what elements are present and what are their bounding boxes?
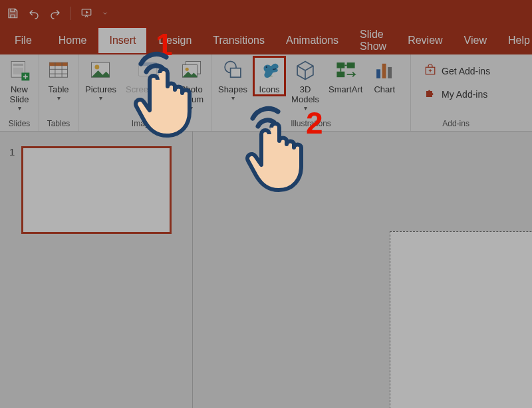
chevron-down-icon: ▾ xyxy=(304,105,307,112)
ribbon-group-addins: Get Add-ins My Add-ins Add-ins xyxy=(411,54,501,131)
table-label: Table xyxy=(48,85,68,95)
icons-label: Icons xyxy=(259,85,280,95)
my-addins-label: My Add-ins xyxy=(442,89,487,100)
ribbon-insert: New Slide ▾ Slides Table ▾ Tables xyxy=(0,54,532,132)
icons-button[interactable]: Icons xyxy=(254,57,285,95)
tab-file[interactable]: File xyxy=(4,27,48,54)
tab-view[interactable]: View xyxy=(454,27,497,54)
tab-help[interactable]: Help xyxy=(497,27,532,54)
svg-point-16 xyxy=(266,66,267,68)
svg-rect-17 xyxy=(336,62,344,68)
group-label-tables: Tables xyxy=(43,119,74,130)
svg-rect-15 xyxy=(231,68,241,78)
chevron-down-icon: ▾ xyxy=(231,95,235,102)
smartart-button[interactable]: SmartArt xyxy=(326,57,365,95)
undo-icon[interactable] xyxy=(28,7,40,19)
svg-point-13 xyxy=(185,68,188,71)
chart-icon xyxy=(372,58,396,82)
svg-rect-20 xyxy=(376,69,380,78)
new-slide-label: New Slide xyxy=(10,85,29,105)
svg-rect-21 xyxy=(382,64,386,78)
get-addins-label: Get Add-ins xyxy=(442,66,490,76)
group-label-addins: Add-ins xyxy=(415,119,497,130)
ribbon-tabs: File Home Insert Design Transitions Anim… xyxy=(0,27,532,54)
svg-rect-19 xyxy=(336,72,344,78)
photo-album-button[interactable]: Photo Album ▾ xyxy=(176,57,207,112)
get-addins-button[interactable]: Get Add-ins xyxy=(424,64,490,78)
store-icon xyxy=(424,64,436,78)
tab-review[interactable]: Review xyxy=(397,27,453,54)
thumbnail-row[interactable]: 1 xyxy=(9,146,183,234)
svg-rect-18 xyxy=(346,62,354,68)
table-icon xyxy=(47,58,70,82)
shapes-button[interactable]: Shapes ▾ xyxy=(215,57,250,102)
tab-home[interactable]: Home xyxy=(48,27,98,54)
workspace: 1 xyxy=(0,132,532,408)
qat-separator xyxy=(70,7,71,20)
pictures-icon xyxy=(88,58,112,82)
chevron-down-icon: ▾ xyxy=(190,105,193,112)
chevron-down-icon: ▾ xyxy=(18,105,21,112)
ribbon-group-images: Pictures ▾ Screenshot Photo Album ▾ Imag… xyxy=(78,54,211,131)
photo-album-icon xyxy=(180,58,203,82)
thumbnail-number: 1 xyxy=(9,146,15,234)
ribbon-group-tables: Table ▾ Tables xyxy=(39,54,78,131)
smartart-label: SmartArt xyxy=(329,85,362,95)
shapes-icon xyxy=(221,58,245,82)
chevron-down-icon: ▾ xyxy=(99,95,102,102)
qat-customize-icon[interactable] xyxy=(102,7,108,19)
tab-transitions[interactable]: Transitions xyxy=(202,27,275,54)
table-button[interactable]: Table ▾ xyxy=(43,57,74,102)
pictures-button[interactable]: Pictures ▾ xyxy=(82,57,119,102)
new-slide-icon xyxy=(7,58,31,82)
redo-icon[interactable] xyxy=(49,7,61,19)
chart-label: Chart xyxy=(374,85,395,95)
quick-access-toolbar xyxy=(0,0,532,27)
screenshot-button[interactable]: Screenshot xyxy=(123,57,172,95)
tab-insert[interactable]: Insert xyxy=(97,27,148,54)
svg-point-8 xyxy=(95,65,100,70)
slide-canvas-area[interactable] xyxy=(193,132,532,408)
smartart-icon xyxy=(334,58,358,82)
screenshot-icon xyxy=(136,58,160,82)
slide-thumbnail-panel[interactable]: 1 xyxy=(0,132,193,408)
chevron-down-icon: ▾ xyxy=(57,95,61,102)
svg-rect-22 xyxy=(388,67,392,78)
slideshow-icon[interactable] xyxy=(80,7,92,19)
ribbon-group-slides: New Slide ▾ Slides xyxy=(0,54,39,131)
svg-rect-2 xyxy=(13,64,23,66)
tab-animations[interactable]: Animations xyxy=(275,27,349,54)
puzzle-icon xyxy=(424,87,436,101)
shapes-label: Shapes xyxy=(218,85,247,95)
photo-album-label: Photo Album xyxy=(179,85,203,105)
group-label-slides: Slides xyxy=(4,119,35,130)
svg-rect-10 xyxy=(138,62,156,66)
slide-canvas[interactable] xyxy=(390,231,532,408)
ribbon-group-illustrations: Shapes ▾ Icons 3D Models ▾ Smar xyxy=(211,54,411,131)
cube-icon xyxy=(293,58,317,82)
icons-icon xyxy=(257,58,281,82)
chart-button[interactable]: Chart xyxy=(369,57,400,95)
group-label-illustrations: Illustrations xyxy=(215,119,406,130)
3d-models-button[interactable]: 3D Models ▾ xyxy=(289,57,322,112)
tab-slideshow[interactable]: Slide Show xyxy=(349,27,397,54)
pictures-label: Pictures xyxy=(85,85,116,95)
my-addins-button[interactable]: My Add-ins xyxy=(424,87,490,101)
3d-models-label: 3D Models xyxy=(291,85,319,105)
new-slide-button[interactable]: New Slide ▾ xyxy=(4,57,35,112)
save-icon[interactable] xyxy=(7,7,19,19)
slide-thumbnail-1[interactable] xyxy=(21,146,172,234)
group-label-images: Images xyxy=(82,119,207,130)
tab-design[interactable]: Design xyxy=(148,27,202,54)
screenshot-label: Screenshot xyxy=(126,85,170,95)
svg-rect-6 xyxy=(49,62,67,66)
